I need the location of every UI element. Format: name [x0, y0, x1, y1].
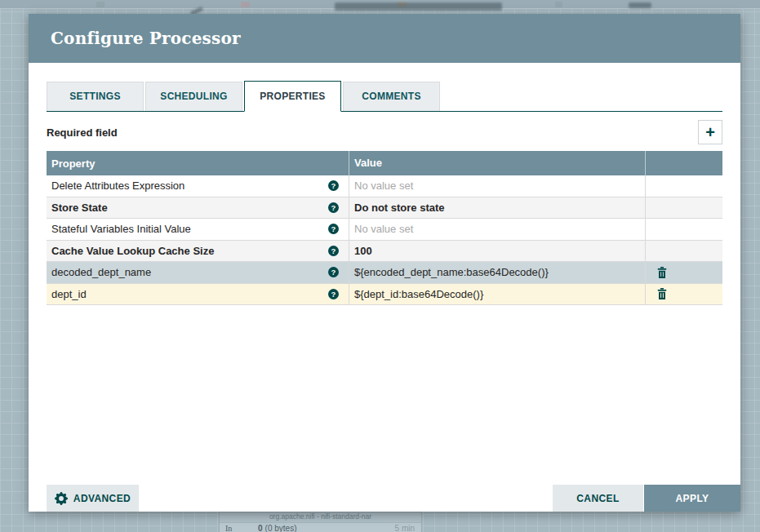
value-cell[interactable]: No value set — [349, 175, 645, 197]
advanced-button[interactable]: ADVANCED — [47, 485, 139, 512]
dialog-title: Configure Processor — [29, 29, 241, 48]
table-row[interactable]: Delete Attributes Expression ? No value … — [47, 175, 722, 197]
actions-cell — [645, 197, 722, 219]
obscured-toolbar-icon — [241, 2, 250, 7]
property-name: dept_id — [51, 288, 87, 300]
property-value: ${encoded_dept_name:base64Decode()} — [354, 266, 549, 278]
actions-cell — [645, 262, 722, 283]
gear-icon — [55, 492, 68, 505]
obscured-toolbar-icon — [555, 2, 562, 7]
trash-icon — [657, 288, 667, 299]
in-label: In — [225, 524, 258, 532]
advanced-button-label: ADVANCED — [73, 493, 131, 504]
add-property-button[interactable]: + — [698, 120, 722, 144]
property-name: Store State — [51, 202, 108, 214]
value-cell[interactable]: ${dept_id:base64Decode()} — [349, 284, 645, 305]
help-icon[interactable]: ? — [328, 202, 339, 213]
property-value: 100 — [354, 245, 372, 257]
table-row[interactable]: Cache Value Lookup Cache Size ? 100 — [47, 241, 722, 263]
dialog-header: Configure Processor — [29, 14, 740, 63]
configure-processor-dialog: Configure Processor SETTINGS SCHEDULING … — [29, 14, 740, 512]
in-window: 5 min — [395, 524, 415, 532]
property-value: ${dept_id:base64Decode()} — [354, 288, 483, 300]
actions-cell — [645, 284, 722, 305]
tab-comments[interactable]: COMMENTS — [343, 82, 440, 111]
property-name: Cache Value Lookup Cache Size — [51, 245, 214, 257]
value-cell[interactable]: Do not store state — [349, 197, 645, 219]
table-row[interactable]: Store State ? Do not store state — [47, 197, 722, 219]
in-count: 0 — [258, 524, 263, 532]
help-icon[interactable]: ? — [328, 224, 339, 234]
property-cell: Cache Value Lookup Cache Size ? — [47, 241, 349, 262]
actions-cell — [645, 219, 722, 240]
help-icon[interactable]: ? — [328, 180, 339, 191]
property-cell: Delete Attributes Expression ? — [47, 175, 349, 197]
value-cell[interactable]: No value set — [349, 219, 645, 240]
property-name: Stateful Variables Initial Value — [51, 223, 191, 235]
value-cell[interactable]: ${encoded_dept_name:base64Decode()} — [349, 262, 645, 283]
table-header: Property Value — [47, 151, 722, 175]
property-cell: Stateful Variables Initial Value ? — [47, 219, 349, 240]
table-row[interactable]: decoded_dept_name ? ${encoded_dept_name:… — [47, 262, 722, 284]
required-field-label: Required field — [47, 126, 118, 139]
property-value: No value set — [354, 223, 413, 235]
table-actions-row: Required field + — [47, 120, 722, 144]
help-icon[interactable]: ? — [328, 267, 339, 277]
property-cell: dept_id ? — [47, 284, 349, 305]
property-name: Delete Attributes Expression — [51, 180, 184, 192]
tab-settings[interactable]: SETTINGS — [47, 82, 144, 111]
table-row[interactable]: Stateful Variables Initial Value ? No va… — [47, 219, 722, 241]
property-name: decoded_dept_name — [51, 266, 151, 278]
delete-property-button[interactable] — [657, 267, 667, 278]
tab-properties[interactable]: PROPERTIES — [244, 81, 341, 112]
property-cell: decoded_dept_name ? — [47, 262, 349, 283]
property-value: Do not store state — [354, 202, 445, 214]
help-icon[interactable]: ? — [328, 289, 339, 299]
plus-icon: + — [705, 123, 715, 141]
obscured-processor: org.apache.nifi - nifi-standard-nar In 0… — [219, 512, 422, 532]
actions-cell — [645, 175, 722, 197]
column-header-value: Value — [349, 151, 645, 175]
actions-cell — [645, 241, 722, 262]
in-size: (0 bytes) — [265, 524, 297, 532]
column-header-property: Property — [47, 157, 349, 170]
help-icon[interactable]: ? — [328, 246, 339, 256]
obscured-toolbar-icon — [96, 2, 104, 7]
properties-table: Property Value Delete Attributes Express… — [47, 151, 722, 305]
delete-property-button[interactable] — [657, 288, 667, 299]
obscured-canvas-text — [335, 2, 502, 11]
processor-in-stats: In 0 (0 bytes) 5 min — [220, 522, 421, 532]
obscured-canvas-text — [629, 2, 651, 8]
property-cell: Store State ? — [47, 197, 349, 219]
property-value: No value set — [354, 180, 413, 192]
tab-bar: SETTINGS SCHEDULING PROPERTIES COMMENTS — [47, 82, 722, 112]
cancel-button[interactable]: CANCEL — [553, 485, 643, 512]
table-row[interactable]: dept_id ? ${dept_id:base64Decode()} — [47, 284, 722, 306]
apply-button[interactable]: APPLY — [644, 485, 740, 512]
processor-bundle: org.apache.nifi - nifi-standard-nar — [220, 512, 421, 522]
column-header-actions — [645, 151, 722, 175]
tab-scheduling[interactable]: SCHEDULING — [145, 82, 242, 111]
trash-icon — [657, 267, 667, 278]
value-cell[interactable]: 100 — [349, 241, 645, 262]
